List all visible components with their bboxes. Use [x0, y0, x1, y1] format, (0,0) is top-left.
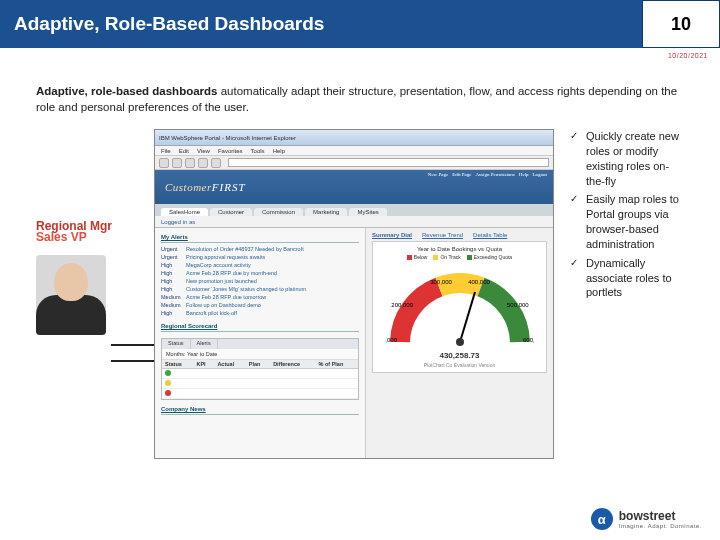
status-dot-green: [165, 370, 171, 376]
alert-row[interactable]: MediumFollow up on Dashboard demo: [161, 301, 359, 309]
menu-item[interactable]: File: [161, 148, 171, 154]
top-link[interactable]: New Page: [428, 172, 448, 177]
sc-tab-status[interactable]: Status: [162, 339, 191, 349]
page-number: 10: [642, 0, 720, 48]
svg-text:600,000: 600,000: [523, 337, 535, 343]
status-dot-yellow: [165, 380, 171, 386]
scorecard-table: Status KPI Actual Plan Difference % of P…: [162, 360, 358, 399]
legend-below: Below: [414, 254, 428, 260]
logged-in-as: Logged in as: [161, 219, 195, 225]
top-link[interactable]: Help: [519, 172, 529, 177]
table-row: [162, 379, 358, 389]
gauge-title: Year to Date Bookings vs Quota: [377, 246, 542, 252]
alert-row[interactable]: HighBancroft pilot kick-off: [161, 309, 359, 317]
check-icon: ✓: [570, 192, 578, 251]
sc-filter-value[interactable]: Year to Date: [187, 351, 217, 357]
alert-row[interactable]: MediumAcme Feb 28 RFP due tomorrow: [161, 293, 359, 301]
col-pct: % of Plan: [316, 360, 359, 369]
address-bar[interactable]: [228, 158, 549, 167]
app-banner: New Page Edit Page Assign Permissions He…: [155, 170, 553, 204]
gauge-footnote: PlotChart Co Evaluation Version: [377, 362, 542, 368]
window-title: IBM WebSphere Portal - Microsoft Interne…: [159, 135, 296, 141]
col-status: Status: [162, 360, 193, 369]
svg-text:400,000: 400,000: [468, 279, 490, 285]
menu-item[interactable]: Favorites: [218, 148, 243, 154]
browser-menubar: File Edit View Favorites Tools Help: [155, 146, 553, 156]
section-my-alerts: My Alerts: [161, 232, 359, 243]
browser-toolbar: [155, 156, 553, 170]
intro-paragraph: Adaptive, role-based dashboards automati…: [36, 84, 684, 115]
bullet-text: Easily map roles to Portal groups via br…: [586, 192, 684, 251]
footer-logo: α bowstreet Imagine. Adapt. Dominate.: [591, 508, 702, 530]
gauge-chart: 100,000 200,000 300,000 400,000 500,000 …: [385, 262, 535, 347]
check-icon: ✓: [570, 129, 578, 188]
top-link[interactable]: Edit Page: [452, 172, 471, 177]
legend-exceed: Exceeding Quota: [474, 254, 512, 260]
tab-saleshome[interactable]: SalesHome: [161, 208, 208, 216]
slide-title: Adaptive, Role-Based Dashboards: [0, 0, 642, 48]
top-link[interactable]: Logout: [533, 172, 547, 177]
link-revenue-trend[interactable]: Revenue Trend: [422, 232, 463, 238]
check-icon: ✓: [570, 256, 578, 301]
bullet-text: Quickly create new roles or modify exist…: [586, 129, 684, 188]
slide-date: 10/20/2021: [668, 52, 708, 59]
bullet-text: Dynamically associate roles to portlets: [586, 256, 684, 301]
menu-item[interactable]: Tools: [251, 148, 265, 154]
scorecard-portlet: Status Alerts Months: Year to Date Statu…: [161, 338, 359, 400]
gauge-legend: Below On Track Exceeding Quota: [377, 254, 542, 260]
back-icon[interactable]: [159, 158, 169, 168]
svg-text:200,000: 200,000: [391, 302, 413, 308]
svg-text:300,000: 300,000: [430, 279, 452, 285]
logo-mark-icon: α: [591, 508, 613, 530]
section-scorecard: Regional Scorecard: [161, 321, 359, 332]
alert-row[interactable]: UrgentPricing approval requests awaits: [161, 253, 359, 261]
col-kpi: KPI: [193, 360, 214, 369]
menu-item[interactable]: View: [197, 148, 210, 154]
sc-filter-label: Months:: [166, 351, 186, 357]
logo-text: bowstreet: [619, 509, 702, 523]
brand-text-1: Customer: [165, 181, 212, 193]
forward-icon[interactable]: [172, 158, 182, 168]
table-row: [162, 389, 358, 399]
refresh-icon[interactable]: [198, 158, 208, 168]
col-diff: Difference: [270, 360, 315, 369]
alert-row[interactable]: UrgentResolution of Order #48937 Needed …: [161, 245, 359, 253]
tab-marketing[interactable]: Marketing: [305, 208, 347, 216]
brand-text-2: FIRST: [212, 181, 246, 193]
role-label-1: Sales VP: [36, 230, 87, 244]
intro-bold: Adaptive, role-based dashboards: [36, 85, 218, 97]
table-row: [162, 369, 358, 379]
alert-row[interactable]: HighMegaCorp account activity: [161, 261, 359, 269]
menu-item[interactable]: Edit: [179, 148, 189, 154]
svg-point-4: [456, 338, 464, 346]
link-details-table[interactable]: Details Table: [473, 232, 507, 238]
tab-commission[interactable]: Commission: [254, 208, 303, 216]
alert-row[interactable]: HighCustomer 'Jones Mfg' status changed …: [161, 285, 359, 293]
dashboard-screenshot: IBM WebSphere Portal - Microsoft Interne…: [154, 129, 554, 459]
tab-mysites[interactable]: MySites: [349, 208, 386, 216]
status-dot-red: [165, 390, 171, 396]
stop-icon[interactable]: [185, 158, 195, 168]
alert-row[interactable]: HighAcme Feb 28 RFP due by month-end: [161, 269, 359, 277]
tab-customer[interactable]: Customer: [210, 208, 252, 216]
menu-item[interactable]: Help: [273, 148, 285, 154]
benefit-bullets: ✓Quickly create new roles or modify exis…: [570, 129, 684, 300]
col-actual: Actual: [214, 360, 245, 369]
gauge-value: 430,258.73: [377, 351, 542, 360]
gauge-needle: [460, 292, 475, 342]
user-avatar: [36, 255, 106, 335]
role-labels: Regional Mgr Sales VP: [36, 219, 146, 249]
home-icon[interactable]: [211, 158, 221, 168]
legend-ontrack: On Track: [440, 254, 460, 260]
col-plan: Plan: [246, 360, 270, 369]
svg-text:500,000: 500,000: [507, 302, 529, 308]
top-link[interactable]: Assign Permissions: [476, 172, 515, 177]
browser-titlebar: IBM WebSphere Portal - Microsoft Interne…: [155, 130, 553, 146]
alert-row[interactable]: HighNew promotion just launched: [161, 277, 359, 285]
gauge-portlet: Year to Date Bookings vs Quota Below On …: [372, 241, 547, 373]
sc-tab-alerts[interactable]: Alerts: [191, 339, 218, 349]
portal-tabs: SalesHome Customer Commission Marketing …: [155, 204, 553, 216]
section-news: Company News: [161, 404, 359, 415]
svg-text:100,000: 100,000: [385, 337, 398, 343]
link-summary-dial[interactable]: Summary Dial: [372, 232, 412, 238]
